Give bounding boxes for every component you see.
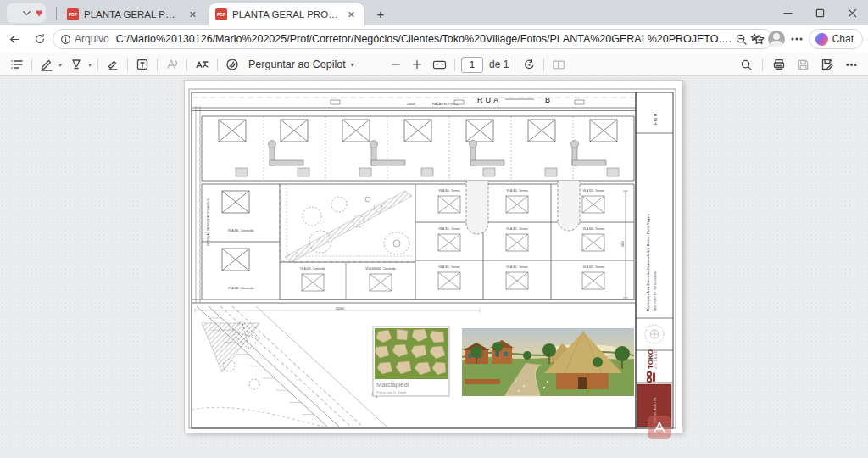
pdf-viewer-canvas[interactable]: RUA B 20905 FIAÇÃO ELÉTRICA xyxy=(0,76,868,458)
sheet-number: Fls 9 xyxy=(653,113,658,125)
copilot-chat-button[interactable]: Chat xyxy=(809,29,863,49)
zoom-in-page-button[interactable] xyxy=(409,57,425,72)
url-text: C:/Mario%20130126/Mario%202025/Prof/Corr… xyxy=(116,33,735,45)
right-dimension: 48.4 xyxy=(621,191,628,298)
swatch-title: Marciapiedi xyxy=(376,381,409,388)
site-plan-drawing: RUA B 20905 FIAÇÃO ELÉTRICA xyxy=(185,81,682,433)
tab-planta-geral-2-active[interactable]: PDF PLANTA GERAL PROJETO.pdf ✕ xyxy=(209,3,364,25)
street-rua-b: RUA B 20905 FIAÇÃO ELÉTRICA xyxy=(192,96,636,111)
center-lots: VILA 028 - Construída VILA 664/665 - Con… xyxy=(300,267,396,291)
svg-text:VILA 300 - Construída: VILA 300 - Construída xyxy=(228,229,254,232)
ask-copilot-label[interactable]: Perguntar ao Copilot xyxy=(248,59,346,70)
svg-text:VILA 302 - Terreno: VILA 302 - Terreno xyxy=(507,227,528,231)
top-house-row xyxy=(202,116,634,181)
close-window-button[interactable] xyxy=(836,0,868,25)
landscaped-area xyxy=(280,184,415,262)
tab-strip: ♥ PDF PLANTA GERAL PROJETO.pdf ✕ PDF PLA… xyxy=(0,0,868,25)
chevron-down-icon[interactable]: ▾ xyxy=(351,61,354,69)
tab-title: PLANTA GERAL PROJETO.pdf xyxy=(232,9,340,20)
page-view-button[interactable] xyxy=(550,57,567,73)
sidewalk-texture-image: Marciapiedi Pietra tipo S. Tomé xyxy=(373,327,449,396)
svg-text:VILA 352 - Terreno: VILA 352 - Terreno xyxy=(507,265,528,269)
back-button[interactable] xyxy=(3,28,25,50)
svg-text:VILA 028 - Construída: VILA 028 - Construída xyxy=(300,267,326,271)
svg-text:VILA 304 - Terreno: VILA 304 - Terreno xyxy=(507,189,528,193)
table-of-contents-button[interactable] xyxy=(8,56,25,73)
title-block: Fls 9 Masterplan Área Extensão da Avenid… xyxy=(636,113,673,427)
tab-title: PLANTA GERAL PROJETO.pdf xyxy=(84,9,181,20)
bottom-street: 55000 xyxy=(192,299,636,313)
diagonal-road xyxy=(192,306,387,428)
maximize-button[interactable] xyxy=(804,0,836,25)
minimize-button[interactable] xyxy=(771,0,804,25)
scheme-label: Arquivo xyxy=(75,33,109,45)
copilot-icon xyxy=(815,33,828,46)
print-button[interactable] xyxy=(771,56,787,73)
translate-button[interactable] xyxy=(193,56,211,73)
svg-text:VILA 664/665 - Construída: VILA 664/665 - Construída xyxy=(365,267,396,271)
page-number-input[interactable] xyxy=(461,57,483,73)
fit-to-width-button[interactable] xyxy=(431,57,448,73)
save-button[interactable] xyxy=(795,57,811,73)
zoom-out-page-button[interactable] xyxy=(388,57,403,72)
pdf-page: RUA B 20905 FIAÇÃO ELÉTRICA xyxy=(185,81,682,433)
svg-text:EXTENSÃO DA AVENIDA DOS BIOTOS: EXTENSÃO DA AVENIDA DOS BIOTOS xyxy=(206,198,210,246)
left-avenue xyxy=(196,106,200,303)
swatch-subtitle: Pietra tipo S. Tomé xyxy=(376,390,407,394)
address-bar-actions: Chat xyxy=(749,28,863,50)
svg-text:VILA 306 - Terreno: VILA 306 - Terreno xyxy=(583,227,604,231)
search-document-button[interactable] xyxy=(738,57,754,73)
draw-pen-button[interactable] xyxy=(38,56,55,73)
chevron-down-icon xyxy=(22,8,31,18)
profile-avatar[interactable] xyxy=(768,31,785,47)
svg-text:VILA 307 - Terreno: VILA 307 - Terreno xyxy=(583,265,604,269)
svg-text:VILA 310 - Terreno: VILA 310 - Terreno xyxy=(439,227,460,231)
chat-label: Chat xyxy=(832,33,854,45)
svg-text:B: B xyxy=(545,96,550,104)
tab-divider xyxy=(56,7,57,20)
window-controls xyxy=(771,0,868,25)
heart-icon[interactable]: ♥ xyxy=(36,6,42,20)
revision-note: sketch lot nº 29 - dal 15/12/2010 xyxy=(654,271,657,311)
chevron-down-icon[interactable]: ▾ xyxy=(58,61,62,69)
toko-village-logo: TOKO VILLAGE xyxy=(647,349,658,383)
svg-text:VILA 313 - Terreno: VILA 313 - Terreno xyxy=(583,189,604,193)
tab-close-icon[interactable]: ✕ xyxy=(345,8,358,21)
highlight-button[interactable] xyxy=(68,56,85,73)
more-toolbar-options-icon[interactable] xyxy=(843,57,860,73)
pdf-file-icon: PDF xyxy=(215,8,227,20)
village-render-image xyxy=(462,328,634,396)
info-icon xyxy=(60,34,71,45)
refresh-button[interactable] xyxy=(29,28,51,50)
more-menu-icon[interactable] xyxy=(790,32,804,46)
new-tab-button[interactable]: + xyxy=(371,5,390,22)
save-as-button[interactable] xyxy=(819,56,836,73)
tab-close-icon[interactable]: ✕ xyxy=(186,8,199,21)
chevron-down-icon[interactable]: ▾ xyxy=(88,61,92,69)
open-in-acrobat-button[interactable] xyxy=(648,416,671,439)
page-count-label: de 1 xyxy=(489,59,509,70)
stamp-seal xyxy=(645,325,664,344)
tab-planta-geral-1[interactable]: PDF PLANTA GERAL PROJETO.pdf ✕ xyxy=(60,3,206,25)
pdf-file-icon: PDF xyxy=(67,8,79,20)
left-lots: VILA 300 - Construída VILA 308 - Constru… xyxy=(222,191,253,290)
browser-window: ♥ PDF PLANTA GERAL PROJETO.pdf ✕ PDF PLA… xyxy=(0,0,868,458)
add-text-button[interactable] xyxy=(134,56,151,73)
acrobat-icon xyxy=(653,421,666,434)
copilot-pdf-icon[interactable] xyxy=(224,56,241,73)
street-name: RUA xyxy=(477,96,501,104)
url-field[interactable]: Arquivo C:/Mario%20130126/Mario%202025/P… xyxy=(53,29,773,49)
svg-text:48.4: 48.4 xyxy=(621,241,625,247)
dimension-label: 55000 xyxy=(336,307,344,310)
svg-text:VILA 308 - Construída: VILA 308 - Construída xyxy=(228,287,254,290)
svg-text:TOKO: TOKO xyxy=(647,349,654,369)
zoom-out-icon[interactable] xyxy=(735,33,748,46)
svg-text:VILLAGE: VILLAGE xyxy=(654,349,658,369)
collections-icon[interactable] xyxy=(749,32,763,46)
read-aloud-button[interactable] xyxy=(164,56,181,73)
address-bar: Arquivo C:/Mario%20130126/Mario%202025/P… xyxy=(0,25,868,53)
left-vertical-annotation: EXTENSÃO DA AVENIDA DOS BIOTOS xyxy=(206,198,210,246)
pdf-toolbar: ▾ ▾ Perguntar ao Copilot ▾ xyxy=(0,53,868,76)
rotate-button[interactable] xyxy=(521,57,537,73)
eraser-button[interactable] xyxy=(104,56,121,73)
